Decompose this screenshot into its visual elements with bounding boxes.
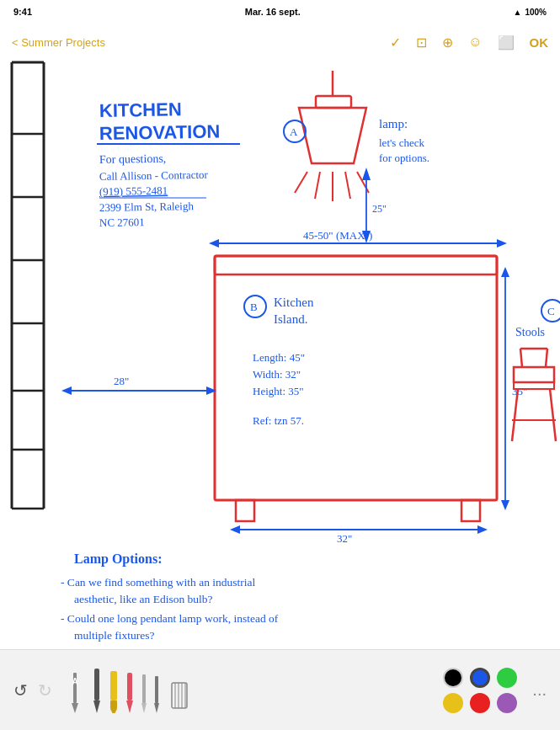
svg-text:A: A: [72, 677, 77, 686]
svg-rect-43: [215, 256, 497, 274]
svg-line-72: [546, 349, 547, 367]
wifi-icon: ▲: [514, 8, 522, 17]
svg-text:28": 28": [114, 375, 129, 387]
svg-marker-63: [230, 525, 240, 534]
svg-line-69: [550, 389, 556, 441]
svg-marker-23: [299, 108, 366, 163]
svg-rect-93: [142, 674, 146, 703]
svg-marker-96: [154, 703, 159, 713]
color-purple[interactable]: [497, 693, 517, 713]
svg-text:aesthetic, like an Edison bulb: aesthetic, like an Edison bulb?: [74, 593, 213, 605]
svg-text:Kitchen: Kitchen: [274, 296, 314, 309]
color-red[interactable]: [470, 693, 490, 713]
toolbar: ↺ ↻ A: [0, 649, 560, 730]
svg-text:Island.: Island.: [274, 312, 307, 326]
svg-text:let's check: let's check: [379, 136, 424, 149]
camera-icon[interactable]: ⊡: [416, 35, 427, 51]
toolbar-colors: [443, 668, 517, 713]
svg-text:NC 27601: NC 27601: [99, 216, 145, 229]
svg-text:multiple fixtures?: multiple fixtures?: [74, 629, 155, 642]
svg-rect-95: [155, 676, 158, 703]
svg-rect-88: [110, 671, 117, 701]
battery-label: 100%: [525, 8, 547, 17]
svg-line-24: [295, 172, 307, 193]
redo-button[interactable]: ↻: [38, 680, 52, 701]
svg-marker-35: [362, 168, 371, 180]
svg-text:lamp:: lamp:: [379, 117, 408, 131]
status-time: 9:41: [13, 7, 32, 17]
back-button[interactable]: < Summer Projects: [12, 36, 105, 49]
marker2-tool[interactable]: [108, 669, 120, 713]
svg-rect-86: [94, 669, 99, 701]
svg-text:Ref: tzn 57.: Ref: tzn 57.: [253, 414, 304, 427]
svg-rect-22: [316, 96, 351, 108]
svg-text:Width: 32": Width: 32": [253, 368, 301, 381]
svg-text:- Can we find something with a: - Can we find something with an industri…: [61, 576, 256, 589]
svg-rect-45: [461, 500, 480, 521]
svg-text:45-50" (MAX!): 45-50" (MAX!): [303, 229, 372, 242]
color-green[interactable]: [497, 668, 517, 688]
svg-text:A: A: [290, 125, 298, 138]
svg-text:25": 25": [372, 203, 387, 215]
svg-rect-97: [172, 683, 187, 708]
svg-text:Height: 35": Height: 35": [253, 385, 304, 397]
svg-marker-90: [110, 709, 117, 713]
svg-marker-92: [126, 701, 133, 713]
status-bar: 9:41 Mar. 16 sept. ▲ 100%: [0, 0, 560, 24]
check-icon[interactable]: ✓: [390, 35, 401, 51]
undo-button[interactable]: ↺: [13, 680, 28, 701]
svg-text:C: C: [547, 305, 555, 317]
nav-icons: ✓ ⊡ ⊕ ☺ ⬜ OK: [390, 35, 548, 51]
svg-marker-64: [477, 525, 488, 534]
ok-button[interactable]: OK: [530, 35, 549, 50]
svg-rect-44: [236, 500, 254, 521]
svg-marker-94: [141, 703, 147, 713]
svg-line-25: [315, 172, 320, 199]
color-yellow[interactable]: [443, 693, 463, 713]
color-black[interactable]: [443, 668, 463, 688]
more-button[interactable]: ...: [532, 680, 547, 700]
markup-icon[interactable]: ⊕: [442, 35, 453, 51]
svg-text:(919) 555-2481: (919) 555-2481: [99, 184, 168, 198]
svg-line-27: [345, 172, 350, 199]
note-canvas: KITCHEN RENOVATION For questions, Call A…: [0, 61, 560, 649]
status-date: Mar. 16 sept.: [245, 7, 301, 17]
svg-text:Length: 45": Length: 45": [253, 351, 305, 364]
svg-text:32": 32": [337, 532, 352, 545]
svg-rect-66: [514, 367, 554, 382]
color-row-top: [443, 668, 517, 688]
svg-line-71: [520, 349, 522, 367]
svg-marker-59: [501, 267, 509, 277]
ruler-tool[interactable]: [170, 674, 189, 713]
nav-bar: < Summer Projects ✓ ⊡ ⊕ ☺ ⬜ OK: [0, 24, 560, 61]
svg-rect-89: [110, 701, 117, 709]
svg-text:Stools: Stools: [515, 326, 545, 338]
svg-text:- Could one long pendant lamp : - Could one long pendant lamp work, inst…: [61, 612, 279, 625]
svg-text:Lamp Options:: Lamp Options:: [74, 551, 162, 567]
svg-marker-40: [497, 239, 507, 248]
fine-pen-tool[interactable]: [153, 674, 160, 713]
svg-marker-39: [209, 239, 219, 248]
toolbar-undo-redo: ↺ ↻: [13, 680, 52, 701]
svg-text:RENOVATION: RENOVATION: [99, 121, 221, 144]
svg-text:Call Allison - Contractor: Call Allison - Contractor: [99, 168, 209, 183]
svg-text:2399 Elm St, Raleigh: 2399 Elm St, Raleigh: [99, 200, 195, 214]
pencil-tool[interactable]: [140, 673, 148, 713]
svg-text:B: B: [250, 301, 258, 313]
pen-a-tool[interactable]: A: [67, 671, 83, 713]
svg-rect-91: [127, 673, 132, 701]
color-blue[interactable]: [470, 668, 490, 688]
toolbar-tools: A: [67, 667, 189, 713]
external-icon[interactable]: ⬜: [498, 35, 515, 51]
color-row-bottom: [443, 693, 517, 713]
svg-text:for options.: for options.: [379, 152, 429, 164]
svg-marker-84: [72, 703, 78, 713]
svg-marker-87: [93, 701, 100, 713]
marker1-tool[interactable]: [91, 667, 103, 713]
svg-text:KITCHEN: KITCHEN: [99, 99, 182, 121]
svg-marker-60: [501, 500, 509, 510]
marker3-tool[interactable]: [125, 671, 135, 713]
svg-text:For questions,: For questions,: [99, 152, 167, 166]
share-icon[interactable]: ☺: [468, 35, 482, 50]
svg-marker-55: [61, 386, 72, 395]
